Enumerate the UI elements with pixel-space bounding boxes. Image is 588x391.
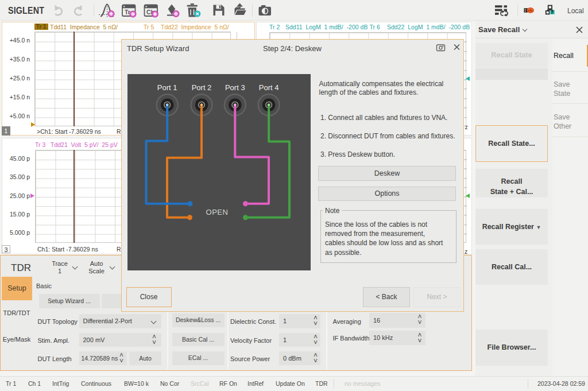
- svg-text:Tr: Tr: [125, 9, 130, 16]
